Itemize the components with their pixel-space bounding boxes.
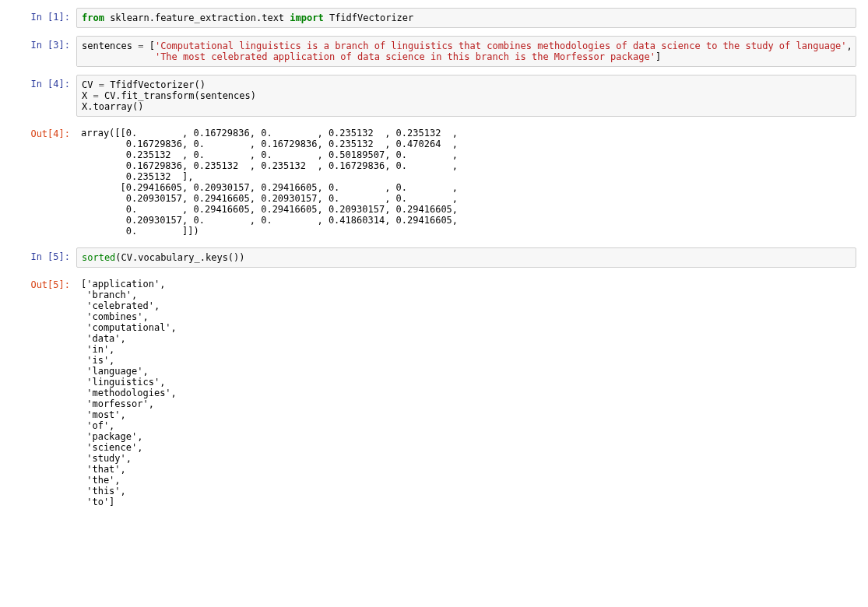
keyword-from: from [82, 12, 104, 23]
variable: X [82, 90, 93, 101]
output-cell: Out[4]: array([[0. , 0.16729836, 0. , 0.… [12, 125, 856, 240]
code-input[interactable]: sorted(CV.vocabulary_.keys()) [76, 247, 856, 268]
code-input[interactable]: sentences = ['Computational linguistics … [76, 36, 856, 67]
comma: , [847, 40, 852, 51]
operator: = [93, 90, 98, 101]
class-name: TfidfVectorizer [324, 12, 414, 23]
code-cell: In [3]: sentences = ['Computational ling… [12, 36, 856, 67]
code-input[interactable]: CV = TfidfVectorizer() X = CV.fit_transf… [76, 75, 856, 117]
bracket-open: [ [143, 40, 154, 51]
expression: X.toarray() [82, 101, 143, 112]
variable: sentences [82, 40, 138, 51]
input-prompt: In [5]: [12, 247, 76, 262]
output-prompt: Out[5]: [12, 275, 76, 290]
cell-output[interactable]: ['application', 'branch', 'celebrated', … [76, 275, 856, 511]
builtin-sorted: sorted [82, 252, 115, 263]
operator: = [99, 79, 104, 90]
bracket-close: ] [655, 51, 661, 62]
code-cell: In [1]: from sklearn.feature_extraction.… [12, 8, 856, 28]
code-cell: In [4]: CV = TfidfVectorizer() X = CV.fi… [12, 75, 856, 117]
module-path: sklearn.feature_extraction.text [104, 12, 290, 23]
expression: CV.fit_transform(sentences) [99, 90, 256, 101]
string-literal: 'The most celebrated application of data… [155, 51, 655, 62]
expression: (CV.vocabulary_.keys()) [115, 252, 244, 263]
indent [82, 51, 155, 62]
variable: CV [82, 79, 99, 90]
code-input[interactable]: from sklearn.feature_extraction.text imp… [76, 8, 856, 28]
input-prompt: In [4]: [12, 75, 76, 89]
output-prompt: Out[4]: [12, 125, 76, 139]
string-literal: 'Computational linguistics is a branch o… [155, 40, 847, 51]
input-prompt: In [3]: [12, 36, 76, 51]
keyword-import: import [290, 12, 323, 23]
code-cell: In [5]: sorted(CV.vocabulary_.keys()) [12, 247, 856, 268]
output-cell: Out[5]: ['application', 'branch', 'celeb… [12, 275, 856, 511]
input-prompt: In [1]: [12, 8, 76, 23]
expression: TfidfVectorizer() [104, 79, 206, 90]
cell-output[interactable]: array([[0. , 0.16729836, 0. , 0.235132 ,… [76, 125, 856, 240]
